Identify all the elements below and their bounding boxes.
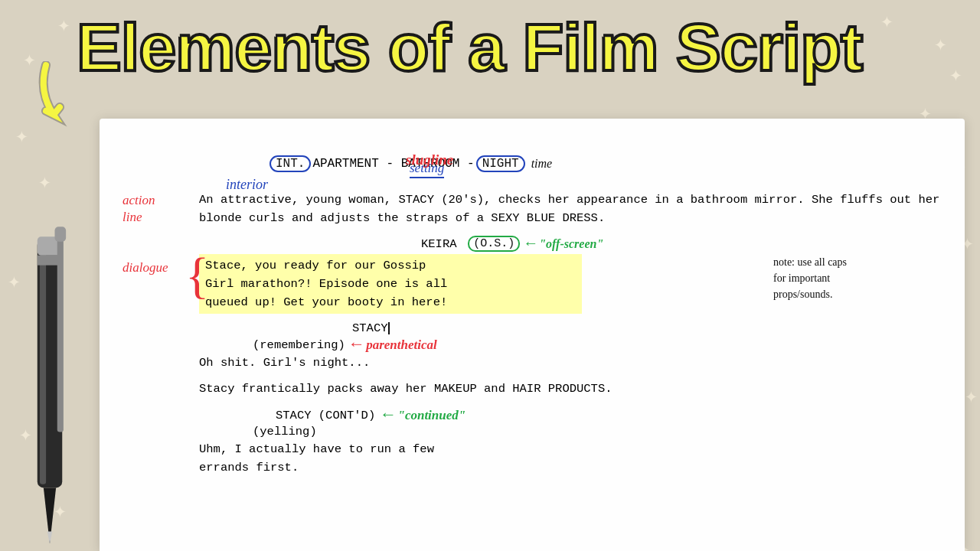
pen-decoration <box>0 214 100 551</box>
page-title: Elements of a Film Script <box>77 14 957 81</box>
continued-arrow-icon: ← <box>383 406 393 425</box>
action-section: action line An attractive, young woman, … <box>122 191 942 227</box>
action-line-label: action line <box>122 192 155 226</box>
cursor-blink <box>388 322 390 334</box>
stacy-dialogue-1: Oh shit. Girl's night... <box>199 356 942 370</box>
keira-name: KEIRA <box>421 237 457 251</box>
dialogue-text-1: Stace, you ready for our Gossip Girl mar… <box>199 254 582 314</box>
dialogue-label: dialogue <box>122 260 168 276</box>
arrow-decoration <box>31 61 100 142</box>
parenthetical-label: parenthetical <box>366 337 437 353</box>
star-icon: ✦ <box>38 168 51 194</box>
slugline-label: slugline <box>406 152 453 168</box>
offscreen-label: "off-screen" <box>539 237 603 251</box>
stacy-contd-row: STACY (CONT'D) ← "continued" <box>276 406 942 425</box>
slugline-section: slugline interior INT. APARTMENT - BATHR… <box>122 155 942 172</box>
svg-rect-5 <box>55 227 67 242</box>
star-icon: ✦ <box>965 383 978 409</box>
int-label: INT. <box>270 155 311 172</box>
action-text: An attractive, young woman, STACY (20's)… <box>199 191 942 227</box>
last-dialogue: Uhm, I actually have to run a few errand… <box>199 440 942 477</box>
stacy-contd-name: STACY (CONT'D) <box>276 409 375 422</box>
keira-charname-row: KEIRA (O.S.) ← "off-screen" <box>421 235 942 253</box>
yelling-parenthetical: (yelling) <box>253 425 942 439</box>
star-icon: ✦ <box>57 11 70 37</box>
svg-rect-1 <box>40 242 46 484</box>
script-paper: slugline interior INT. APARTMENT - BATHR… <box>100 119 965 551</box>
svg-marker-7 <box>47 531 53 543</box>
time-label: time <box>531 157 553 171</box>
continued-label: "continued" <box>397 408 466 423</box>
parenthetical-arrow-icon: ← <box>351 335 361 354</box>
action-text-2: Stacy frantically packs away her MAKEUP … <box>199 380 942 398</box>
parenthetical-text: (remembering) <box>253 338 345 352</box>
stacy-charname-row: STACY <box>352 321 942 335</box>
star-icon: ✦ <box>15 122 28 148</box>
os-label: (O.S.) <box>468 236 520 252</box>
dialogue-brace: { <box>185 251 209 301</box>
note-box: note: use all caps for important props/s… <box>773 254 926 302</box>
offscreen-arrow-icon: ← <box>526 235 535 253</box>
parenthetical-row: (remembering) ← parenthetical <box>253 335 942 354</box>
title-container: Elements of a Film Script <box>77 14 957 81</box>
night-label: NIGHT <box>476 155 525 172</box>
dialogue-section: dialogue { Stace, you ready for our Goss… <box>122 254 942 314</box>
slugline-text: INT. APARTMENT - BATHROOM - NIGHT time <box>268 155 942 172</box>
svg-rect-4 <box>57 233 64 432</box>
stacy-name: STACY <box>352 321 388 335</box>
